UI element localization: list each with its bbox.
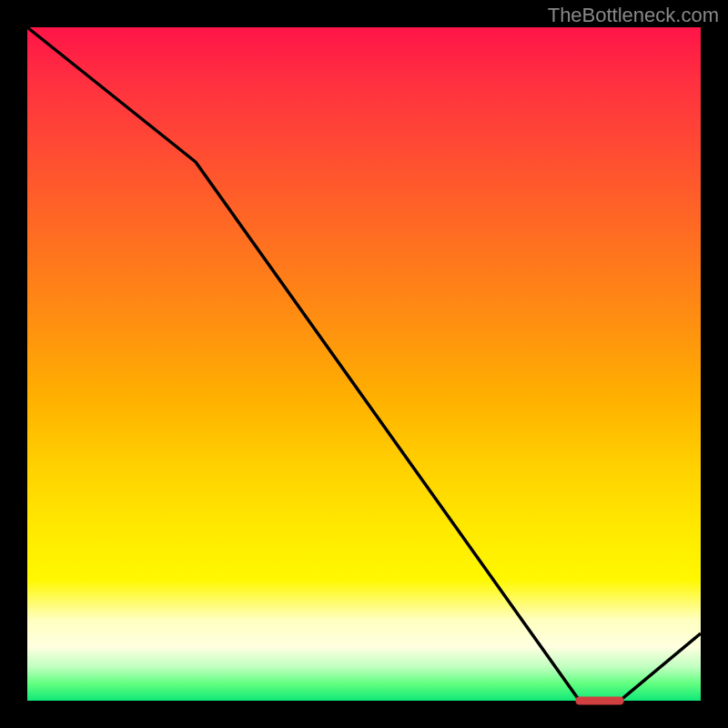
chart-svg: [27, 27, 701, 701]
chart-line-path: [27, 27, 701, 701]
attribution-text: TheBottleneck.com: [548, 4, 719, 27]
chart-plot-area: [27, 27, 701, 701]
